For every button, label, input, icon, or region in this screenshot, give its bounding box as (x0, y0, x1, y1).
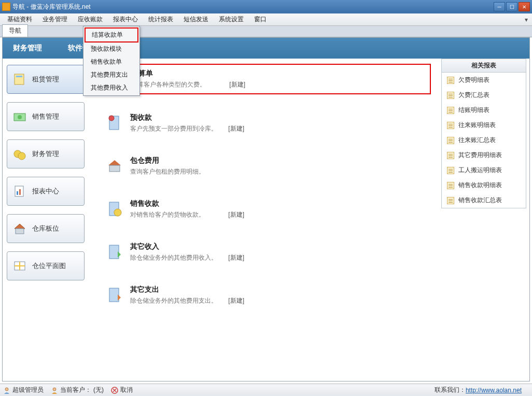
card-desc: 结算客户各种类型的欠费。 (131, 80, 206, 89)
report-item[interactable]: 工人搬运明细表 (442, 163, 526, 178)
tab-nav[interactable]: 导航 (2, 24, 28, 37)
minimize-button[interactable]: ─ (494, 2, 505, 11)
section-title: 财务管理 (13, 44, 42, 53)
report-icon (447, 152, 454, 159)
card-title: 其它支出 (130, 285, 427, 294)
new-link[interactable]: [新建] (228, 253, 244, 262)
sidebar-item-report-center[interactable]: 报表中心 (7, 177, 85, 206)
svg-rect-1 (16, 76, 22, 77)
new-link[interactable]: [新建] (228, 124, 244, 133)
status-user: 超级管理员 (3, 386, 44, 394)
new-link[interactable]: [新建] (228, 296, 244, 305)
svg-rect-10 (16, 229, 24, 234)
new-link[interactable]: [新建] (229, 80, 245, 89)
app-icon (2, 3, 10, 11)
menu-settings[interactable]: 系统设置 (214, 13, 249, 25)
svg-rect-8 (19, 189, 21, 195)
menu-business[interactable]: 业务管理 (37, 13, 73, 25)
svg-marker-19 (108, 160, 121, 165)
customer-icon (51, 387, 58, 394)
other-expense-icon (105, 285, 124, 304)
menu-sms[interactable]: 短信发送 (178, 13, 214, 25)
menu-receivables[interactable]: 应收账款 (73, 13, 108, 25)
svg-point-18 (109, 116, 114, 121)
report-item[interactable]: 销售收款汇总表 (442, 193, 526, 208)
card-desc: 除仓储业务外的其他费用收入。 (130, 253, 217, 262)
card-other-expense[interactable]: 其它支出 除仓储业务外的其他费用支出。 [新建] (101, 281, 431, 309)
card-sales-receipt[interactable]: 销售收款 对销售给客户的货物收款。 [新建] (101, 195, 431, 223)
dropdown-item-other-expense[interactable]: 其他费用支出 (85, 68, 138, 81)
user-icon (3, 387, 10, 394)
dropdown-item-sales-receipt[interactable]: 销售收款单 (85, 55, 138, 68)
card-title: 其它收入 (130, 242, 427, 251)
card-package-fee[interactable]: 包仓费用 查询客户包租的费用明细。 (101, 152, 431, 180)
card-desc: 除仓储业务外的其他费用支出。 (130, 296, 217, 305)
statusbar: 超级管理员 当前客户： (无) 取消 联系我们： http://www.aola… (0, 384, 532, 396)
svg-marker-9 (15, 224, 25, 229)
sidebar: 租赁管理 销售管理 财务管理 报表中心 (3, 59, 91, 381)
svg-rect-20 (109, 165, 120, 172)
content-area: 租赁管理 销售管理 财务管理 报表中心 (3, 59, 529, 381)
sidebar-item-warehouse[interactable]: 仓库板位 (7, 214, 85, 243)
card-other-income[interactable]: 其它收入 除仓储业务外的其他费用收入。 [新建] (101, 238, 431, 266)
sidebar-item-label: 销售管理 (32, 112, 59, 121)
tabstrip: 导航 (0, 26, 532, 37)
svg-point-5 (18, 152, 25, 160)
report-icon (447, 137, 454, 144)
card-prepayment[interactable]: 预收款 客户先预支一部分费用到冷库。 [新建] (101, 109, 431, 137)
warehouse-icon (12, 221, 27, 236)
close-button[interactable]: ✕ (519, 2, 530, 11)
sidebar-item-finance[interactable]: 财务管理 (7, 139, 85, 168)
menu-report-center[interactable]: 报表中心 (108, 13, 143, 25)
cancel-icon (111, 387, 118, 394)
report-item[interactable]: 结账明细表 (442, 103, 526, 118)
floorplan-icon (12, 259, 27, 273)
sidebar-item-label: 仓库板位 (32, 224, 59, 233)
sidebar-item-label: 租赁管理 (32, 75, 59, 84)
prepayment-icon (105, 113, 124, 132)
menu-stat-reports[interactable]: 统计报表 (143, 13, 178, 25)
dropdown-item-settlement-receipt[interactable]: 结算收款单 (85, 27, 138, 43)
menu-basic-data[interactable]: 基础资料 (2, 13, 37, 25)
card-list: + 结算单 结算客户各种类型的欠费。 [新建] 预收款 (91, 59, 441, 381)
reports-title: 相关报表 (442, 59, 526, 73)
status-cancel[interactable]: 取消 (111, 386, 133, 394)
svg-marker-24 (118, 251, 121, 258)
reports-panel: 相关报表 欠费明细表 欠费汇总表 结账明细表 往来账明细表 往来账汇总表 其它费… (441, 59, 529, 381)
sidebar-item-label: 报表中心 (32, 187, 59, 196)
report-icon (447, 197, 454, 204)
svg-point-3 (18, 115, 22, 119)
card-title: 预收款 (130, 113, 427, 122)
receivables-dropdown: 结算收款单 预收款模块 销售收款单 其他费用支出 其他费用收入 (83, 26, 140, 96)
package-fee-icon (105, 156, 124, 175)
dropdown-item-prepayment-module[interactable]: 预收款模块 (85, 43, 138, 55)
contact-link[interactable]: http://www.aolan.net (466, 387, 522, 394)
report-item[interactable]: 欠费明细表 (442, 73, 526, 88)
sales-receipt-icon (105, 199, 124, 218)
menubar-expander-icon[interactable]: ▾ (523, 16, 530, 23)
report-item[interactable]: 其它费用明细表 (442, 148, 526, 163)
card-title: 包仓费用 (130, 156, 427, 165)
status-customer: 当前客户： (无) (51, 386, 104, 394)
sidebar-item-lease[interactable]: 租赁管理 (7, 65, 85, 94)
dropdown-item-other-income[interactable]: 其他费用收入 (85, 81, 138, 94)
report-item[interactable]: 销售收款明细表 (442, 178, 526, 193)
svg-point-22 (114, 209, 121, 216)
lease-icon (12, 72, 27, 87)
card-settlement[interactable]: + 结算单 结算客户各种类型的欠费。 [新建] (101, 64, 431, 94)
sidebar-item-sales[interactable]: 销售管理 (7, 102, 85, 131)
card-title: 销售收款 (130, 199, 427, 208)
report-item[interactable]: 欠费汇总表 (442, 88, 526, 103)
window-title: 导航 - 傲蓝冷库管理系统.net (12, 3, 494, 11)
menu-window[interactable]: 窗口 (249, 13, 272, 25)
svg-marker-26 (118, 294, 121, 301)
maximize-button[interactable]: ☐ (506, 2, 517, 11)
report-icon (447, 107, 454, 114)
report-item[interactable]: 往来账汇总表 (442, 133, 526, 148)
card-desc: 查询客户包租的费用明细。 (130, 167, 205, 176)
report-item[interactable]: 往来账明细表 (442, 118, 526, 133)
svg-rect-23 (109, 245, 119, 259)
new-link[interactable]: [新建] (228, 210, 244, 219)
sidebar-item-floorplan[interactable]: 仓位平面图 (7, 251, 85, 280)
status-contact: 联系我们： http://www.aolan.net (435, 386, 522, 394)
